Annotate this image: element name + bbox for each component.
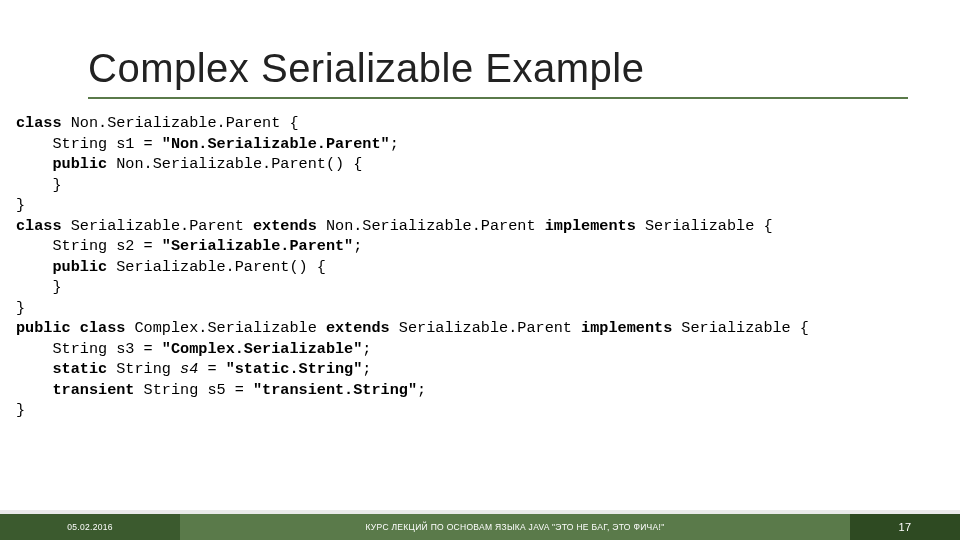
code-text: = xyxy=(198,360,225,378)
code-text: ; xyxy=(362,360,371,378)
code-text: Complex.Serializable xyxy=(125,319,326,337)
kw-extends: extends xyxy=(253,217,317,235)
string-literal: "Non.Serializable.Parent" xyxy=(162,135,390,153)
code-text: ; xyxy=(390,135,399,153)
code-text: } xyxy=(16,196,25,214)
slide: Complex Serializable Example class Non.S… xyxy=(0,0,960,540)
string-literal: "static.String" xyxy=(226,360,363,378)
kw-class: class xyxy=(16,217,62,235)
kw-implements: implements xyxy=(545,217,636,235)
code-text: Serializable.Parent() { xyxy=(107,258,326,276)
code-text: ; xyxy=(417,381,426,399)
code-block: class Non.Serializable.Parent { String s… xyxy=(0,99,960,421)
code-text: Non.Serializable.Parent xyxy=(317,217,545,235)
code-text: String s3 = xyxy=(16,340,162,358)
code-text: String xyxy=(107,360,180,378)
footer-date: 05.02.2016 xyxy=(0,514,180,540)
kw-public: public xyxy=(16,258,107,276)
kw-extends: extends xyxy=(326,319,390,337)
footer-page-number: 17 xyxy=(850,514,960,540)
kw-public-class: public class xyxy=(16,319,125,337)
string-literal: "transient.String" xyxy=(253,381,417,399)
code-text: String s5 = xyxy=(134,381,252,399)
code-text: Serializable.Parent xyxy=(390,319,581,337)
code-text: } xyxy=(16,278,62,296)
title-area: Complex Serializable Example xyxy=(0,0,960,91)
footer: 05.02.2016 КУРС ЛЕКЦИЙ ПО ОСНОВАМ ЯЗЫКА … xyxy=(0,510,960,540)
footer-course-title: КУРС ЛЕКЦИЙ ПО ОСНОВАМ ЯЗЫКА JAVA "ЭТО Н… xyxy=(180,514,850,540)
kw-class: class xyxy=(16,114,62,132)
kw-implements: implements xyxy=(581,319,672,337)
code-text: String s2 = xyxy=(16,237,162,255)
code-text: Non.Serializable.Parent() { xyxy=(107,155,362,173)
string-literal: "Complex.Serializable" xyxy=(162,340,363,358)
code-text: Serializable { xyxy=(672,319,809,337)
kw-public: public xyxy=(16,155,107,173)
code-text: Serializable.Parent xyxy=(62,217,253,235)
code-text: Non.Serializable.Parent { xyxy=(62,114,299,132)
var-name: s4 xyxy=(180,360,198,378)
slide-title: Complex Serializable Example xyxy=(88,46,960,91)
code-text: } xyxy=(16,176,62,194)
code-text: String s1 = xyxy=(16,135,162,153)
code-text: Serializable { xyxy=(636,217,773,235)
code-text: ; xyxy=(353,237,362,255)
kw-transient: transient xyxy=(16,381,134,399)
string-literal: "Serializable.Parent" xyxy=(162,237,353,255)
code-text: ; xyxy=(362,340,371,358)
code-text: } xyxy=(16,299,25,317)
kw-static: static xyxy=(16,360,107,378)
footer-bar: 05.02.2016 КУРС ЛЕКЦИЙ ПО ОСНОВАМ ЯЗЫКА … xyxy=(0,514,960,540)
code-text: } xyxy=(16,401,25,419)
